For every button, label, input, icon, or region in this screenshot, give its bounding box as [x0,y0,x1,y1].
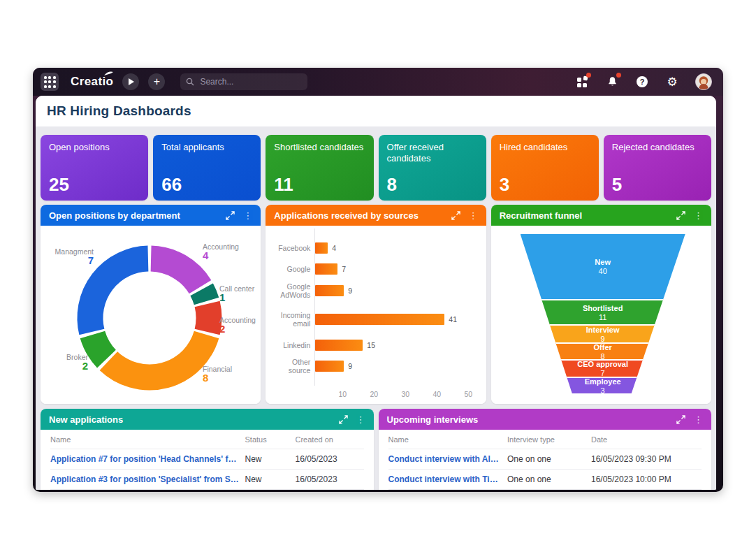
table-header-row: NameInterview typeDate [388,430,702,449]
kpi-value: 66 [161,175,252,194]
panel-title: Open positions by department [49,210,226,221]
donut-label-accounting: Accounting4 [203,242,252,260]
panel-recruitment-funnel: Recruitment funnel ⋮ New40Shortlisted11I… [491,205,711,404]
bar-value: 9 [348,286,352,295]
funnel-stage-value: 7 [601,369,605,377]
panel-menu-icon[interactable]: ⋮ [242,211,254,220]
column-header: Name [388,435,508,444]
add-button[interactable]: + [148,73,165,90]
notifications-button[interactable] [605,75,619,89]
bar-label: Other source [270,358,310,375]
donut-chart: Accounting4Call center1Accounting2Financ… [41,226,261,404]
global-search[interactable] [180,73,307,90]
funnel-chart: New40Shortlisted11Interview9Offer8CEO ap… [491,226,711,404]
table-row: Application #7 for position 'Head Channe… [50,449,364,470]
record-cell: 16/05/2023 [296,474,364,484]
donut-label-accounting: Accounting2 [219,316,261,333]
funnel-stage-value: 3 [601,386,605,395]
play-icon [129,78,134,85]
new-applications-table: NameStatusCreated onApplication #7 for p… [50,430,364,490]
expand-icon[interactable] [226,211,235,220]
expand-icon[interactable] [676,211,685,220]
table-row: Application #3 for position 'Specialist'… [50,470,364,490]
bar[interactable] [315,340,363,351]
record-link[interactable]: Application #3 for position 'Specialist'… [50,474,245,484]
workplaces-button[interactable] [575,75,589,89]
kpi-offer-received-candidates[interactable]: Offer received candidates 8 [379,135,486,201]
donut-segment-call-center[interactable] [202,289,207,301]
bar-value: 7 [342,265,346,273]
donut-segment-accounting[interactable] [151,259,200,287]
kpi-value: 25 [49,175,140,194]
bar[interactable] [315,285,344,296]
panel-menu-icon[interactable]: ⋮ [692,415,704,424]
x-tick: 50 [460,390,477,398]
donut-segment-broker[interactable] [92,335,106,359]
expand-icon[interactable] [451,211,460,220]
funnel-stage-offer[interactable]: Offer8 [521,342,685,359]
panel-title: Applications received by sources [274,210,451,221]
bar-row-incoming-email: Incoming email41 [270,308,483,331]
content-area: HR Hiring Dashboards Open positions 25 T… [36,96,716,490]
topbar-actions: ? ⚙ [575,73,716,90]
record-link[interactable]: Application #7 for position 'Head Channe… [50,454,245,464]
funnel-stage-label: CEO approval [577,360,628,368]
funnel-stage-employee[interactable]: Employee3 [521,377,685,393]
kpi-hired-candidates[interactable]: Hired candidates 3 [491,135,599,201]
funnel-stage-shortlisted[interactable]: Shortlisted11 [521,299,685,324]
bar-row-other-source: Other source9 [270,355,483,377]
expand-icon[interactable] [339,415,348,424]
funnel-stage-interview[interactable]: Interview9 [521,324,685,342]
panel-menu-icon[interactable]: ⋮ [355,415,367,424]
panel-title: Recruitment funnel [500,210,676,221]
user-avatar[interactable] [695,73,712,90]
kpi-shortlisted-candidates[interactable]: Shortlisted candidates 11 [266,135,373,201]
funnel-stage-label: Offer [594,343,612,351]
kpi-total-applicants[interactable]: Total applicants 66 [153,135,261,201]
bar-value: 4 [332,244,336,252]
x-tick: 20 [365,390,382,398]
search-input[interactable] [198,76,285,87]
settings-button[interactable]: ⚙ [665,75,679,89]
donut-segment-financial[interactable] [108,335,206,377]
bar-label: Incoming email [270,311,310,328]
help-button[interactable]: ? [635,75,649,89]
panel-upcoming-interviews: Upcoming interviews ⋮ NameInterview type… [379,409,712,490]
record-link[interactable]: Conduct interview with Tim Rook [388,474,508,484]
funnel-stage-new[interactable]: New40 [521,234,685,299]
creatio-logo: Creatio [71,75,113,89]
bar-label: Facebook [270,244,310,252]
donut-segment-accounting[interactable] [208,304,209,332]
plus-icon: + [154,76,160,87]
donut-segment-managment[interactable] [90,259,148,332]
bar[interactable] [315,242,328,254]
kpi-row: Open positions 25 Total applicants 66 Sh… [41,135,711,201]
bar[interactable] [315,361,344,372]
expand-icon[interactable] [676,415,685,424]
bar-chart: Facebook4Google7Google AdWords9Incoming … [266,226,486,404]
donut-label-call-center: Call center1 [219,284,261,302]
x-tick: 10 [334,390,351,398]
run-process-button[interactable] [122,73,139,90]
help-icon: ? [637,76,648,87]
funnel-stage-ceo-approval[interactable]: CEO approval7 [521,359,685,377]
funnel-stage-label: Shortlisted [583,304,623,312]
kpi-label: Shortlisted candidates [274,142,365,153]
panel-menu-icon[interactable]: ⋮ [692,211,704,220]
kpi-open-positions[interactable]: Open positions 25 [41,135,148,201]
top-bar: Creatio + [33,68,723,96]
bar-label: Google [270,265,310,273]
bar-row-facebook: Facebook4 [270,237,483,259]
bar-label: Linkedin [270,341,310,349]
panel-open-positions-by-department: Open positions by department ⋮ Accountin… [41,205,261,404]
column-header: Name [50,435,245,444]
app-window: Creatio + [33,68,723,492]
kpi-rejected-candidates[interactable]: Rejected candidates 5 [604,135,711,201]
record-link[interactable]: Conduct interview with Alex White [388,454,508,464]
kpi-label: Rejected candidates [612,142,703,153]
bar[interactable] [315,314,444,325]
kpi-label: Offer received candidates [387,142,478,164]
panel-menu-icon[interactable]: ⋮ [467,211,479,220]
bar[interactable] [315,263,337,275]
apps-grid-icon[interactable] [41,73,59,91]
